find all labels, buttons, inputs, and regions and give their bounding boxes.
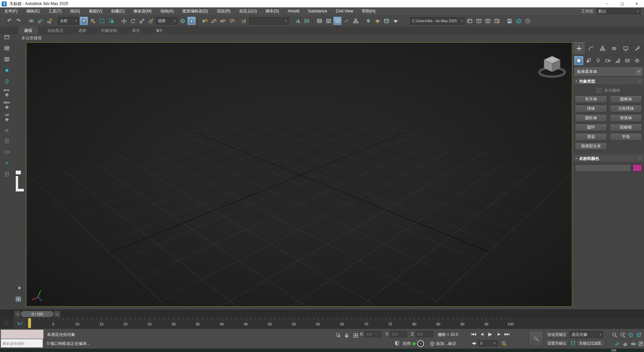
tab-填充[interactable]: 填充 xyxy=(127,27,145,34)
current-frame-field[interactable]: 0 ⇅ xyxy=(478,340,498,346)
save-scene-icon[interactable] xyxy=(505,17,514,25)
autogrid-checkbox[interactable] xyxy=(597,88,602,93)
export-container-icon[interactable] xyxy=(475,17,483,25)
snap-toggle-3d-icon[interactable]: 3 xyxy=(200,17,208,25)
maximize-viewport-toggle-icon[interactable] xyxy=(637,340,644,348)
close-container-icon[interactable] xyxy=(493,17,501,25)
menu-item-5[interactable]: 视图(V) xyxy=(85,7,107,15)
zoom-extents-icon[interactable] xyxy=(627,331,635,339)
select-and-manipulate-icon[interactable] xyxy=(187,17,196,25)
open-container-icon[interactable] xyxy=(484,17,492,25)
auto-key-button[interactable]: 自动关键点 xyxy=(545,331,568,338)
menu-item-14[interactable]: Substance xyxy=(304,7,331,15)
mirror-icon[interactable] xyxy=(293,17,302,25)
dock-pin-icon[interactable] xyxy=(2,77,11,85)
maxscript-mini-listener-pink[interactable] xyxy=(1,329,44,339)
render-production-icon[interactable] xyxy=(391,17,399,25)
reference-coordinate-system-dropdown[interactable]: 视图▾ xyxy=(156,17,177,25)
frame-stepper[interactable]: ◀▶ xyxy=(470,341,478,345)
orbit-icon[interactable] xyxy=(629,340,637,348)
close-button[interactable]: ✕ xyxy=(629,0,644,7)
rectangular-selection-region-icon[interactable] xyxy=(98,17,106,25)
dock-teal-sphere-icon[interactable] xyxy=(2,66,11,74)
absolute-mode-transform-icon[interactable] xyxy=(352,331,360,339)
mini-curve-editor-button[interactable] xyxy=(13,318,26,328)
material-editor-icon[interactable] xyxy=(364,17,372,25)
tab-自由形式[interactable]: 自由形式 xyxy=(42,27,68,34)
primitive-button-11[interactable]: 加强型文本 xyxy=(575,142,607,150)
recent-history-icon[interactable] xyxy=(524,17,532,25)
dock-camera-icon[interactable] xyxy=(2,148,11,156)
spinner-snap-icon[interactable] xyxy=(227,17,235,25)
toggle-layer-explorer-icon[interactable] xyxy=(324,17,332,25)
panel-tab-hierarchy[interactable] xyxy=(597,42,608,54)
rendered-frame-window-icon[interactable] xyxy=(382,17,390,25)
menu-item-4[interactable]: 组(G) xyxy=(66,7,85,15)
category-space-warps[interactable] xyxy=(623,56,632,65)
curve-editor-icon[interactable] xyxy=(342,17,351,25)
tab-对象绘制[interactable]: 对象绘制 xyxy=(96,27,122,34)
redo-icon[interactable]: ↷ xyxy=(14,17,22,25)
next-key-button[interactable]: |▶ xyxy=(495,332,502,336)
primitive-button-3[interactable]: 球体 xyxy=(575,105,607,113)
key-mode-dropdown[interactable]: 选定对象 ▾ xyxy=(570,331,603,338)
menu-item-12[interactable]: 脚本(S) xyxy=(261,7,283,15)
expand-arrow-icon[interactable] xyxy=(15,284,23,292)
zoom-all-icon[interactable] xyxy=(619,331,627,339)
go-to-start-button[interactable]: |◀◀ xyxy=(470,332,477,336)
category-lights[interactable] xyxy=(594,56,603,65)
render-setup-icon[interactable] xyxy=(373,17,381,25)
tab-选择[interactable]: 选择 xyxy=(73,27,91,34)
z-coordinate-field[interactable]: 0.0 xyxy=(416,331,433,337)
menu-item-6[interactable]: 创建(C) xyxy=(107,7,129,15)
panel-tab-motion[interactable] xyxy=(608,42,620,54)
dock-toolbar-window-icon[interactable] xyxy=(2,33,11,41)
unlink-selection-icon[interactable] xyxy=(36,17,44,25)
selection-lock-icon[interactable] xyxy=(342,331,351,339)
edit-named-selection-sets-icon[interactable]: { } xyxy=(240,17,248,25)
menu-item-1[interactable]: 文件(F) xyxy=(0,7,22,15)
category-shapes[interactable] xyxy=(584,56,593,65)
menu-item-13[interactable]: Arnold xyxy=(283,7,304,15)
category-cameras[interactable] xyxy=(603,56,612,65)
select-and-move-icon[interactable] xyxy=(120,17,128,25)
scene-converter-check-icon[interactable] xyxy=(515,17,523,25)
project-folder-dropdown[interactable]: C:\Users\Ad···ds Max 2025▾ xyxy=(410,17,465,25)
add-time-tag[interactable]: 添加…标记 xyxy=(436,341,456,347)
select-and-place-icon[interactable] xyxy=(147,17,155,25)
key-filters-button[interactable]: 关键点过滤器.. xyxy=(577,340,605,347)
minimize-button[interactable]: ─ xyxy=(600,0,614,7)
schematic-view-icon[interactable] xyxy=(352,17,360,25)
time-slider-handle[interactable]: 0 / 100 xyxy=(21,311,54,317)
workspace-dropdown[interactable]: 默认 ▾ xyxy=(596,8,641,14)
object-type-rollout-header[interactable]: ▾ 对象类型 ⠿ xyxy=(574,78,643,85)
dock-vol-button[interactable]: vol xyxy=(2,113,11,123)
primitive-button-8[interactable]: 四棱锥 xyxy=(610,124,642,131)
perspective-viewport[interactable] xyxy=(26,42,572,307)
play-button[interactable]: ▶ xyxy=(486,331,494,337)
category-helpers[interactable] xyxy=(613,56,622,65)
primitive-button-10[interactable]: 平面 xyxy=(610,133,642,141)
category-geometry[interactable] xyxy=(574,56,583,65)
primitive-button-6[interactable]: 管状体 xyxy=(610,114,642,122)
next-frame-button[interactable]: › xyxy=(54,311,60,317)
ribbon-minimize-dropdown[interactable]: ▣ ▾ xyxy=(154,28,164,33)
previous-key-button[interactable]: ◀| xyxy=(478,332,486,336)
toggle-scene-explorer-icon[interactable] xyxy=(315,17,323,25)
time-slider-marker[interactable] xyxy=(28,318,31,328)
window-crossing-icon[interactable] xyxy=(107,17,115,25)
key-filters-icon[interactable] xyxy=(569,339,577,347)
previous-frame-button[interactable]: ‹ xyxy=(14,311,21,317)
primitive-category-dropdown[interactable]: 标准基本体 ▾ xyxy=(575,68,642,76)
panel-tab-modify[interactable] xyxy=(585,42,597,54)
primitive-button-9[interactable]: 茶壶 xyxy=(575,133,607,141)
menu-item-2[interactable]: 编辑(E) xyxy=(22,7,44,15)
dock-proc-button[interactable]: proc xyxy=(2,88,11,98)
panel-tab-utilities[interactable] xyxy=(632,42,643,54)
menu-item-8[interactable]: 动画(A) xyxy=(156,7,178,15)
select-and-scale-icon[interactable] xyxy=(138,17,146,25)
bind-to-space-warp-icon[interactable] xyxy=(45,17,53,25)
menu-item-9[interactable]: 图形编辑器(D) xyxy=(178,7,213,15)
selection-filter-dropdown[interactable]: 全部▾ xyxy=(58,17,79,25)
cube-icon[interactable] xyxy=(428,340,436,348)
